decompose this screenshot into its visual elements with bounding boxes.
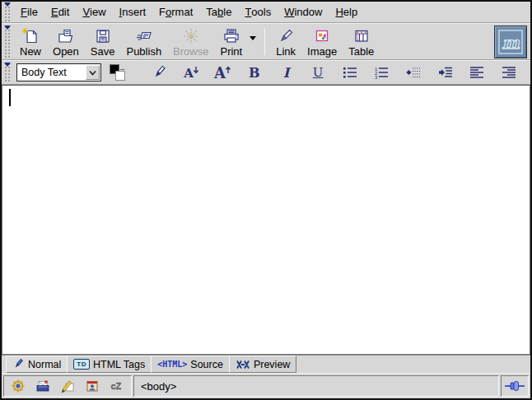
underline-icon: U	[313, 65, 324, 80]
composer-window: File Edit View Insert Format Table Tools…	[0, 0, 532, 400]
font-larger-icon: A	[212, 64, 232, 81]
element-path-panel: <body>	[133, 375, 499, 397]
decrease-font-size-button[interactable]: A	[181, 63, 201, 82]
paragraph-style-select[interactable]: Body Text	[16, 63, 101, 81]
toolbar-separator	[264, 28, 265, 55]
bold-button[interactable]: B	[245, 63, 264, 82]
link-button-label: Link	[276, 45, 296, 58]
outdent-icon	[405, 65, 422, 80]
indent-button[interactable]	[436, 63, 455, 82]
editmode-tabbar: Normal TD HTML Tags <HTML> Source Previe…	[2, 355, 530, 373]
main-toolbar: New Open Save	[2, 23, 530, 60]
menu-edit[interactable]: Edit	[44, 2, 76, 22]
component-bar: cZ	[3, 375, 132, 397]
format-toolbar: Body Text A	[2, 60, 530, 85]
element-path[interactable]: <body>	[141, 380, 176, 393]
menu-file[interactable]: File	[14, 2, 44, 22]
save-button[interactable]: Save	[85, 25, 121, 58]
menu-view[interactable]: View	[76, 2, 112, 22]
italic-button[interactable]: I	[277, 63, 296, 82]
table-button-label: Table	[348, 45, 374, 58]
svg-text:A: A	[213, 64, 226, 81]
bullet-list-button[interactable]	[340, 63, 360, 82]
link-pen-icon	[277, 26, 295, 45]
bullet-list-icon	[342, 65, 358, 80]
td-tag-icon: TD	[73, 359, 90, 370]
print-button[interactable]: Print	[214, 25, 248, 58]
link-button[interactable]: Link	[270, 25, 301, 58]
increase-font-size-button[interactable]: A	[212, 63, 232, 82]
tab-normal-label: Normal	[28, 359, 61, 370]
chatzilla-icon: cZ	[110, 379, 124, 393]
align-right-button[interactable]	[499, 63, 519, 82]
new-button[interactable]: New	[14, 25, 47, 58]
font-smaller-icon: A	[182, 64, 200, 81]
print-icon	[222, 26, 240, 45]
paragraph-style-value: Body Text	[17, 67, 86, 78]
indent-icon	[437, 65, 454, 80]
mail-icon	[35, 379, 50, 393]
image-button[interactable]: Image	[301, 25, 343, 58]
menu-insert[interactable]: Insert	[113, 2, 153, 22]
menu-bar: File Edit View Insert Format Table Tools…	[2, 2, 530, 23]
menu-window[interactable]: Window	[278, 2, 329, 22]
underline-button[interactable]: U	[308, 63, 328, 82]
mozilla-throbber[interactable]: m	[494, 26, 527, 58]
outdent-button[interactable]	[404, 63, 423, 82]
highlight-pen-icon	[151, 64, 167, 81]
text-color-picker[interactable]	[110, 63, 128, 81]
publish-button[interactable]: Publish	[120, 25, 167, 58]
italic-icon: I	[283, 65, 289, 81]
bold-icon: B	[249, 65, 260, 81]
status-bar: cZ <body>	[2, 373, 530, 398]
browse-icon	[182, 26, 200, 45]
editor-canvas[interactable]	[2, 85, 530, 355]
svg-text:cZ: cZ	[111, 381, 122, 391]
menubar-grippy[interactable]	[3, 2, 12, 21]
menu-format[interactable]: Format	[152, 2, 199, 22]
open-folder-icon	[57, 26, 75, 45]
open-button[interactable]: Open	[47, 25, 85, 58]
browse-button-label: Browse	[173, 45, 208, 58]
menu-table[interactable]: Table	[199, 2, 238, 22]
tab-preview-label: Preview	[254, 359, 290, 370]
online-plug-icon[interactable]	[504, 380, 525, 392]
navigator-button[interactable]	[11, 379, 26, 393]
composer-quill-icon	[60, 379, 75, 393]
chatzilla-button[interactable]: cZ	[110, 379, 124, 393]
image-icon	[313, 26, 331, 45]
new-button-label: New	[20, 45, 41, 58]
main-toolbar-grippy[interactable]	[3, 26, 12, 58]
tab-source[interactable]: <HTML> Source	[151, 356, 230, 373]
paragraph-style-dropdown-button[interactable]	[86, 65, 100, 80]
image-button-label: Image	[307, 45, 337, 58]
table-icon	[352, 26, 371, 45]
addressbook-card-icon	[85, 379, 100, 393]
background-color-swatch[interactable]	[115, 71, 125, 81]
svg-text:3: 3	[375, 75, 378, 80]
tab-html-tags[interactable]: TD HTML Tags	[67, 356, 152, 373]
html-source-icon: <HTML>	[157, 360, 187, 369]
svg-text:A: A	[183, 66, 194, 81]
composer-button[interactable]	[60, 379, 75, 393]
align-left-button[interactable]	[467, 63, 487, 82]
addressbook-button[interactable]	[85, 379, 100, 393]
publish-icon	[135, 26, 153, 45]
highlight-color-button[interactable]	[149, 63, 169, 82]
print-dropdown-arrow[interactable]	[250, 36, 256, 40]
browse-button[interactable]: Browse	[167, 25, 214, 58]
format-toolbar-grippy[interactable]	[3, 63, 12, 82]
color-swatch-tick	[120, 69, 124, 70]
numbered-list-button[interactable]: 1 2 3	[371, 63, 391, 82]
tab-normal[interactable]: Normal	[6, 356, 68, 373]
align-left-icon	[469, 65, 485, 80]
menu-tools[interactable]: Tools	[238, 2, 278, 22]
mail-button[interactable]	[35, 379, 50, 393]
throbber-m-glyph: m	[502, 33, 520, 53]
tab-preview[interactable]: Preview	[229, 356, 296, 373]
menu-help[interactable]: Help	[329, 2, 364, 22]
table-button[interactable]: Table	[343, 25, 380, 58]
publish-button-label: Publish	[126, 45, 161, 58]
online-status-panel	[501, 375, 529, 397]
open-button-label: Open	[53, 45, 79, 58]
